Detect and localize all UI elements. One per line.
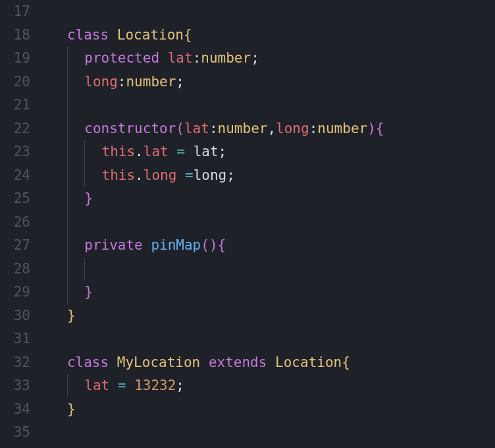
paren-close: ) [209,237,218,253]
var-lat: lat [194,144,219,159]
code-editor[interactable]: 17 18 19 20 21 22 23 24 25 26 27 28 29 3… [0,0,495,448]
code-line: this.long =long; [42,164,495,188]
dot: . [135,144,143,159]
line-number: 23 [0,140,30,164]
brace-close: } [67,401,76,417]
code-line [42,421,495,445]
line-number: 32 [0,351,30,375]
brace-close: } [67,308,76,323]
line-number: 20 [0,70,30,94]
brace-open: { [218,237,226,253]
code-line: } [42,187,495,211]
code-line [42,94,495,117]
type-number: number [317,121,367,136]
brace-open: { [342,354,350,370]
property-long: long [143,167,177,183]
colon: : [209,121,218,136]
code-line: lat = 13232; [42,374,495,398]
code-line: } [42,281,495,304]
var-long: long [194,167,227,183]
code-line: constructor(lat:number,long:number){ [42,117,495,141]
line-number: 29 [0,281,30,304]
paren-open: ( [176,121,184,136]
property-lat: lat [168,50,193,66]
line-number: 28 [0,258,30,281]
brace-open: { [184,27,192,43]
method-pinmap: pinMap [151,237,201,253]
keyword-private: private [84,237,143,253]
brace-close: } [84,190,93,206]
line-number: 33 [0,374,30,398]
number-literal: 13232 [134,378,176,393]
param-lat: lat [184,121,209,136]
line-number: 17 [0,0,30,24]
semicolon: ; [226,167,235,183]
line-number: 25 [0,187,30,211]
code-line: class MyLocation extends Location{ [42,351,495,375]
line-number: 27 [0,234,30,258]
paren-open: ( [201,237,209,253]
line-number: 30 [0,304,30,328]
class-name: Location [275,354,342,370]
code-line [42,258,495,281]
colon: : [309,121,318,136]
code-line: } [42,304,495,328]
code-line: class Location{ [42,24,495,47]
code-line: protected lat:number; [42,47,495,70]
code-line: this.lat = lat; [42,140,495,164]
code-line [42,211,495,235]
code-content[interactable]: class Location{ protected lat:number; lo… [42,0,495,448]
dot: . [135,167,143,183]
property-lat: lat [84,378,109,393]
keyword-this: this [102,167,136,183]
equals: = [185,167,194,183]
keyword-constructor: constructor [84,121,176,136]
colon: : [118,74,126,90]
line-number: 26 [0,211,30,235]
line-number: 31 [0,327,30,351]
code-line: private pinMap(){ [42,234,495,258]
equals: = [118,378,126,393]
type-number: number [126,74,176,90]
semicolon: ; [176,378,184,393]
property-lat: lat [143,144,169,159]
keyword-class: class [67,354,109,370]
type-number: number [201,50,251,66]
code-line [42,327,495,351]
property-long: long [84,74,118,90]
brace-open: { [376,121,384,136]
code-line [42,0,495,24]
line-number: 18 [0,24,30,47]
colon: : [193,50,201,66]
line-number: 24 [0,164,30,188]
brace-close: } [84,284,93,300]
keyword-this: this [102,144,136,159]
line-number: 19 [0,47,30,70]
code-line: } [42,398,495,422]
code-line: long:number; [42,70,495,94]
line-number: 22 [0,117,30,141]
type-number: number [218,121,268,136]
semicolon: ; [176,74,184,90]
paren-close: ) [367,121,376,136]
param-long: long [276,121,309,136]
line-number: 34 [0,398,30,422]
line-gutter: 17 18 19 20 21 22 23 24 25 26 27 28 29 3… [0,0,42,448]
class-name: Location [117,27,184,43]
equals: = [176,144,185,159]
line-number: 21 [0,94,30,117]
keyword-protected: protected [84,50,159,66]
semicolon: ; [219,144,227,159]
keyword-extends: extends [209,354,267,370]
semicolon: ; [251,50,259,66]
line-number: 35 [0,421,30,445]
class-name: MyLocation [117,354,200,370]
comma: , [267,121,276,136]
keyword-class: class [67,27,109,43]
